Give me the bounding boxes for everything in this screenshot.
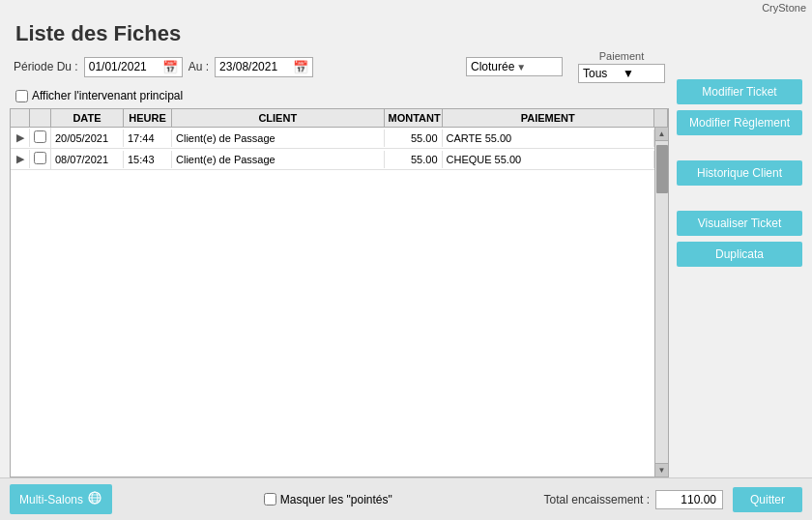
date-to-field[interactable] xyxy=(219,60,289,73)
modifier-reglement-button[interactable]: Modifier Règlement xyxy=(677,110,802,135)
bottom-bar: Multi-Salons Masquer les "pointés" Total… xyxy=(0,477,812,520)
quitter-button[interactable]: Quitter xyxy=(733,487,802,512)
filter-row: Période Du : 📅 Au : 📅 Cloturée ▼ xyxy=(10,50,669,83)
row-checkbox-cell[interactable] xyxy=(30,128,51,148)
col-expand-header xyxy=(11,109,30,127)
visualiser-ticket-button[interactable]: Visualiser Ticket xyxy=(677,211,802,236)
multi-salons-label: Multi-Salons xyxy=(19,493,83,506)
globe-icon xyxy=(87,490,102,508)
status-value: Cloturée xyxy=(471,60,514,73)
left-panel: Période Du : 📅 Au : 📅 Cloturée ▼ xyxy=(10,50,669,477)
masquer-row: Masquer les "pointés" xyxy=(122,493,535,506)
row-expand[interactable]: ▶ xyxy=(11,150,30,168)
col-check-header xyxy=(30,109,51,127)
content-area: Période Du : 📅 Au : 📅 Cloturée ▼ xyxy=(0,50,812,477)
col-client-header: CLIENT xyxy=(172,109,385,127)
calendar-to-icon[interactable]: 📅 xyxy=(293,60,308,74)
masquer-label: Masquer les "pointés" xyxy=(280,493,392,506)
row-heure: 15:43 xyxy=(124,151,172,168)
col-montant-header: MONTANT xyxy=(385,109,443,127)
brand-label: CryStone xyxy=(762,2,806,14)
scroll-up-button[interactable]: ▲ xyxy=(655,128,668,141)
total-value: 110.00 xyxy=(655,490,723,509)
au-label: Au : xyxy=(188,60,209,73)
payment-value: Tous xyxy=(583,67,621,80)
intervenant-checkbox[interactable] xyxy=(15,90,28,102)
payment-group: Paiement Tous ▼ xyxy=(578,50,665,83)
duplicata-button[interactable]: Duplicata xyxy=(677,242,802,267)
page-title: Liste des Fiches xyxy=(0,15,812,50)
total-label: Total encaissement : xyxy=(544,493,650,506)
payment-select[interactable]: Tous ▼ xyxy=(578,64,665,83)
row-checkbox[interactable] xyxy=(34,152,46,164)
status-select[interactable]: Cloturée ▼ xyxy=(466,57,563,76)
modifier-ticket-button[interactable]: Modifier Ticket xyxy=(677,79,802,104)
col-date-header: DATE xyxy=(51,109,124,127)
row-checkbox-cell[interactable] xyxy=(30,149,51,169)
row-paiement: CHEQUE 55.00 xyxy=(443,151,655,168)
table-rows-area: ▶ 20/05/2021 17:44 Client(e) de Passage … xyxy=(11,128,654,477)
table-row[interactable]: ▶ 08/07/2021 15:43 Client(e) de Passage … xyxy=(11,149,654,170)
scroll-down-button[interactable]: ▼ xyxy=(655,463,668,477)
row-montant: 55.00 xyxy=(385,151,443,168)
date-to-input[interactable]: 📅 xyxy=(215,57,313,77)
col-paiement-header: PAIEMENT xyxy=(443,109,655,127)
masquer-checkbox[interactable] xyxy=(264,493,276,506)
table-row[interactable]: ▶ 20/05/2021 17:44 Client(e) de Passage … xyxy=(11,128,654,149)
row-checkbox[interactable] xyxy=(34,130,46,143)
calendar-from-icon[interactable]: 📅 xyxy=(162,60,178,74)
row-client: Client(e) de Passage xyxy=(172,151,385,168)
col-heure-header: HEURE xyxy=(124,109,172,127)
table-scroll-wrapper: ▶ 20/05/2021 17:44 Client(e) de Passage … xyxy=(11,128,668,477)
scroll-track xyxy=(655,141,668,463)
col-scroll-header xyxy=(654,109,668,127)
row-paiement: CARTE 55.00 xyxy=(443,130,655,147)
row-heure: 17:44 xyxy=(124,130,172,147)
data-table: DATE HEURE CLIENT MONTANT PAIEMENT ▶ 20/… xyxy=(10,108,669,477)
periode-label: Période Du : xyxy=(14,60,78,73)
status-arrow-icon: ▼ xyxy=(516,62,558,72)
title-bar: CryStone xyxy=(0,0,812,15)
main-window: CryStone Liste des Fiches Période Du : 📅… xyxy=(0,0,812,520)
total-row: Total encaissement : 110.00 xyxy=(544,490,723,509)
date-from-input[interactable]: 📅 xyxy=(84,57,183,77)
payment-group-label: Paiement xyxy=(599,50,644,62)
date-from-field[interactable] xyxy=(89,60,159,73)
table-header: DATE HEURE CLIENT MONTANT PAIEMENT xyxy=(11,109,668,128)
row-date: 20/05/2021 xyxy=(51,130,124,147)
scroll-thumb[interactable] xyxy=(656,145,668,193)
row-date: 08/07/2021 xyxy=(51,151,124,168)
row-expand[interactable]: ▶ xyxy=(11,129,30,147)
vertical-scrollbar[interactable]: ▲ ▼ xyxy=(654,128,668,477)
row-client: Client(e) de Passage xyxy=(172,130,385,147)
intervenant-label: Afficher l'intervenant principal xyxy=(32,89,183,102)
checkbox-row: Afficher l'intervenant principal xyxy=(10,89,669,102)
payment-arrow-icon: ▼ xyxy=(623,67,660,80)
multi-salons-button[interactable]: Multi-Salons xyxy=(10,484,112,514)
row-montant: 55.00 xyxy=(385,130,443,147)
right-panel: Modifier Ticket Modifier Règlement Histo… xyxy=(677,50,802,477)
historique-client-button[interactable]: Historique Client xyxy=(677,160,802,186)
